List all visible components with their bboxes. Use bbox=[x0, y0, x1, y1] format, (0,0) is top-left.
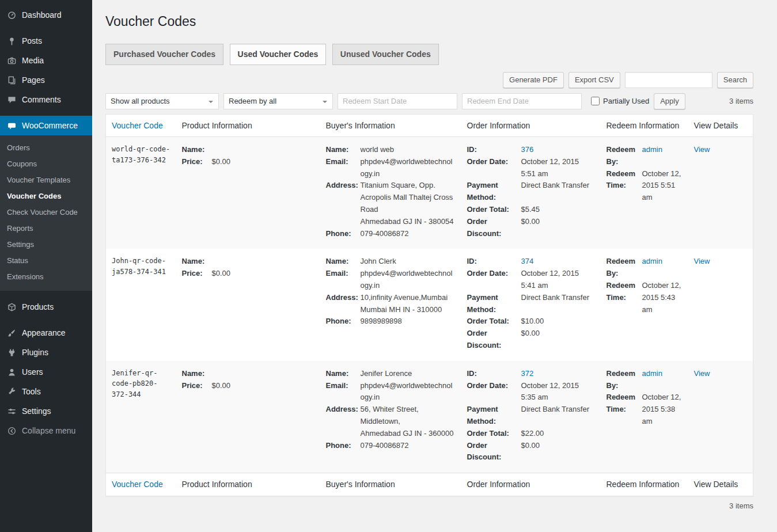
redeem-filter-select[interactable]: Redeem by all bbox=[223, 93, 333, 109]
tools-icon bbox=[6, 387, 17, 396]
redeem-time-label: Redeem Time: bbox=[607, 280, 642, 304]
payment-method-value: Direct Bank Transfer bbox=[521, 180, 595, 192]
sidebar-item-users[interactable]: Users bbox=[0, 362, 92, 382]
name-label: Name: bbox=[182, 256, 212, 268]
buyer-name-field: Name: John Clerk bbox=[326, 256, 456, 268]
order-id-link[interactable]: 376 bbox=[521, 145, 534, 154]
order-discount-field: Order Discount: $0.00 bbox=[467, 216, 595, 240]
export-csv-button[interactable]: Export CSV bbox=[568, 72, 620, 88]
dashboard-icon bbox=[6, 10, 17, 20]
search-button[interactable]: Search bbox=[717, 72, 753, 88]
column-header-redeem-information: Redeem Information bbox=[601, 114, 688, 136]
sidebar-item-label: Tools bbox=[22, 386, 41, 397]
generate-pdf-button[interactable]: Generate PDF bbox=[503, 72, 564, 88]
product-name-field: Name: bbox=[182, 256, 314, 268]
name-label: Name: bbox=[326, 144, 361, 156]
redeem-start-date-input[interactable] bbox=[338, 93, 457, 109]
product-price-value: $0.00 bbox=[212, 268, 314, 280]
partially-used-option: Partially Used bbox=[591, 97, 649, 105]
submenu-item-status[interactable]: Status bbox=[0, 253, 92, 269]
admin-sidebar: Dashboard Posts Media Pages Comments Woo… bbox=[0, 0, 92, 532]
redeem-end-date-input[interactable] bbox=[462, 93, 582, 109]
sidebar-item-pages[interactable]: Pages bbox=[0, 70, 92, 90]
sidebar-item-appearance[interactable]: Appearance bbox=[0, 323, 92, 343]
payment-method-label: Payment Method: bbox=[467, 292, 521, 316]
buyer-phone-field: Phone: 079-40086872 bbox=[326, 228, 456, 240]
tab-purchased-voucher-codes[interactable]: Purchased Voucher Codes bbox=[105, 44, 223, 65]
redeem-info-cell: Redeem By: admin Redeem Time: October 12… bbox=[601, 361, 688, 473]
submenu-item-orders[interactable]: Orders bbox=[0, 140, 92, 156]
sidebar-item-label: Appearance bbox=[22, 328, 66, 338]
submenu-item-coupons[interactable]: Coupons bbox=[0, 156, 92, 172]
view-details-link[interactable]: View bbox=[694, 369, 710, 378]
column-header-view-details: View Details bbox=[688, 114, 753, 136]
wordpress-admin: Dashboard Posts Media Pages Comments Woo… bbox=[0, 0, 777, 532]
footer-column-header-redeem-information: Redeem Information bbox=[601, 473, 688, 496]
view-details-link[interactable]: View bbox=[694, 145, 710, 154]
product-info-cell: Name: Price: $0.00 bbox=[176, 361, 320, 473]
view-details-link[interactable]: View bbox=[694, 257, 710, 265]
email-label: Email: bbox=[326, 156, 361, 168]
buyer-address-field: Address: 56, Whiter Street, Middletown, … bbox=[326, 404, 456, 439]
sidebar-item-media[interactable]: Media bbox=[0, 51, 92, 70]
search-input[interactable] bbox=[625, 72, 712, 88]
payment-method-value: Direct Bank Transfer bbox=[521, 292, 595, 304]
submenu-item-settings[interactable]: Settings bbox=[0, 237, 92, 253]
tab-used-voucher-codes[interactable]: Used Voucher Codes bbox=[230, 44, 327, 65]
redeem-info-cell: Redeem By: admin Redeem Time: October 12… bbox=[601, 137, 688, 249]
submenu-item-voucher-codes[interactable]: Voucher Codes bbox=[0, 188, 92, 204]
redeem-by-link[interactable]: admin bbox=[642, 257, 662, 265]
redeem-time-value: October 12, 2015 5:43 am bbox=[642, 280, 683, 316]
order-date-field: Order Date: October 12, 2015 5:51 am bbox=[467, 156, 595, 180]
sidebar-item-comments[interactable]: Comments bbox=[0, 90, 92, 109]
settings-icon bbox=[6, 406, 17, 416]
sidebar-item-dashboard[interactable]: Dashboard bbox=[0, 5, 92, 25]
redeem-by-link[interactable]: admin bbox=[642, 145, 662, 154]
order-id-value: 374 bbox=[521, 256, 595, 268]
phone-label: Phone: bbox=[326, 228, 361, 240]
address-label: Address: bbox=[326, 404, 361, 416]
name-label: Name: bbox=[182, 144, 212, 156]
footer-column-header-voucher-code[interactable]: Voucher Code bbox=[106, 473, 176, 496]
id-label: ID: bbox=[467, 256, 521, 268]
tablenav-bottom: 3 items bbox=[105, 496, 753, 515]
filters-row: Show all products Redeem by all Partiall… bbox=[105, 93, 753, 109]
order-total-value: $22.00 bbox=[521, 428, 595, 440]
column-header-voucher-code[interactable]: Voucher Code bbox=[106, 114, 176, 136]
sidebar-item-products[interactable]: Products bbox=[0, 297, 92, 317]
order-id-link[interactable]: 372 bbox=[521, 369, 534, 378]
buyer-name-value: John Clerk bbox=[361, 256, 456, 268]
submenu-item-extensions[interactable]: Extensions bbox=[0, 269, 92, 285]
order-id-link[interactable]: 374 bbox=[521, 257, 534, 265]
column-header-product-information: Product Information bbox=[176, 114, 320, 136]
sidebar-item-posts[interactable]: Posts bbox=[0, 31, 92, 51]
submenu-item-reports[interactable]: Reports bbox=[0, 221, 92, 237]
redeem-by-field: Redeem By: admin bbox=[607, 256, 683, 280]
order-date-field: Order Date: October 12, 2015 5:35 am bbox=[467, 380, 595, 404]
product-name-field: Name: bbox=[182, 144, 314, 156]
view-details-cell: View bbox=[688, 137, 753, 249]
sidebar-item-tools[interactable]: Tools bbox=[0, 382, 92, 401]
woocommerce-icon bbox=[6, 121, 17, 130]
sidebar-item-woocommerce[interactable]: WooCommerce bbox=[0, 116, 92, 135]
collapse-menu-button[interactable]: Collapse menu bbox=[0, 421, 92, 440]
sidebar-item-settings[interactable]: Settings bbox=[0, 401, 92, 421]
submenu-item-check-voucher-code[interactable]: Check Voucher Code bbox=[0, 204, 92, 221]
partially-used-checkbox[interactable] bbox=[591, 97, 600, 105]
media-icon bbox=[6, 56, 17, 65]
submenu-item-voucher-templates[interactable]: Voucher Templates bbox=[0, 172, 92, 188]
redeem-by-link[interactable]: admin bbox=[642, 369, 662, 378]
sidebar-item-plugins[interactable]: Plugins bbox=[0, 343, 92, 362]
chevron-down-icon bbox=[209, 101, 213, 105]
voucher-table-body: world-qr-code-ta173-376-342 Name: Price:… bbox=[106, 137, 753, 473]
order-info-cell: ID: 376 Order Date: October 12, 2015 5:5… bbox=[461, 137, 601, 249]
redeem-by-value: admin bbox=[642, 144, 683, 156]
voucher-code-cell: Jenifer-qr-code-pb820-372-344 bbox=[106, 361, 176, 473]
redeem-by-label: Redeem By: bbox=[607, 144, 642, 168]
apply-button[interactable]: Apply bbox=[654, 93, 685, 109]
voucher-table-row: John-qr-code-ja578-374-341 Name: Price: … bbox=[106, 249, 753, 360]
tab-unused-voucher-codes[interactable]: Unused Voucher Codes bbox=[332, 44, 439, 65]
voucher-code-text: Jenifer-qr-code-pb820-372-344 bbox=[112, 368, 170, 400]
buyer-name-field: Name: Jenifer Lorence bbox=[326, 368, 456, 380]
product-filter-select[interactable]: Show all products bbox=[105, 93, 219, 109]
